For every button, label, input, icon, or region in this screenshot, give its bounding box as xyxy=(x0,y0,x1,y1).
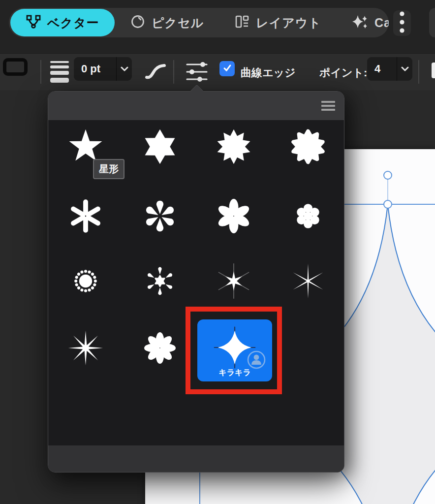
stroke-width-button[interactable] xyxy=(49,59,70,87)
stroke-lines-icon xyxy=(49,59,70,87)
rounded-rect-style-preview[interactable] xyxy=(3,58,28,76)
curve-edge-checkbox[interactable] xyxy=(219,61,235,76)
points-label: ポイント: xyxy=(319,65,367,80)
shape-item-star-6[interactable] xyxy=(123,115,197,179)
shape-item-asterisk-6-thin[interactable] xyxy=(271,249,344,313)
shape-item-flower-6-petals[interactable] xyxy=(197,184,271,248)
top-tab-bar: ベクターピクセルレイアウトCanva AI xyxy=(0,0,435,53)
tab-label: Canva AI xyxy=(374,16,389,30)
shape-picker-popup: 星形 xyxy=(48,91,344,472)
curve-edge-label: 曲線エッジ xyxy=(241,65,296,80)
stroke-width-dropdown[interactable]: 0 pt xyxy=(74,57,132,81)
checkmark-icon xyxy=(222,63,233,75)
shape-item-flower-6-blobs[interactable] xyxy=(271,184,344,248)
sliders-icon xyxy=(183,58,211,88)
chevron-down-icon xyxy=(397,57,412,81)
curve-swoosh-icon xyxy=(145,61,166,84)
persona-tabs: ベクターピクセルレイアウトCanva AI xyxy=(9,8,389,37)
shape-item-star-10-sharp[interactable] xyxy=(197,115,271,179)
sparkles-icon xyxy=(352,14,369,32)
pixel-circle-icon xyxy=(130,14,146,32)
chevron-down-icon xyxy=(116,57,132,81)
shape-item-sparkle-burst[interactable] xyxy=(123,249,197,313)
shape-item-star-10-rounded[interactable] xyxy=(271,115,344,179)
clipped-toolbar-icon xyxy=(432,63,435,78)
more-menu-button[interactable] xyxy=(393,10,411,36)
hamburger-menu-icon[interactable] xyxy=(321,101,335,111)
selection-highlight-box xyxy=(186,307,282,394)
shape-item-asterisk-6-thick[interactable] xyxy=(49,184,123,248)
divider xyxy=(418,60,419,84)
right-panel-stub xyxy=(429,8,435,37)
layout-icon xyxy=(234,14,250,32)
app-window: ベクターピクセルレイアウトCanva AI 0 pt xyxy=(0,0,435,504)
kebab-icon xyxy=(399,10,405,36)
tab-pixel[interactable]: ピクセル xyxy=(115,8,219,37)
divider xyxy=(173,60,174,84)
vector-nodes-icon xyxy=(26,14,41,32)
shape-tooltip: 星形 xyxy=(93,159,124,179)
tab-layout[interactable]: レイアウト xyxy=(219,8,337,37)
points-value: 4 xyxy=(367,63,397,75)
tab-label: ピクセル xyxy=(152,15,204,31)
shape-item-star-8-thin[interactable] xyxy=(49,316,123,380)
tooltip-text: 星形 xyxy=(99,162,119,176)
pressure-profile-button[interactable] xyxy=(145,61,166,84)
context-toolbar: 0 pt 曲 xyxy=(0,53,435,90)
tab-label: ベクター xyxy=(47,15,99,31)
shape-item-asterisk-6-drops[interactable] xyxy=(123,184,197,248)
tab-vector[interactable]: ベクター xyxy=(10,9,115,36)
divider xyxy=(40,60,41,84)
shape-item-sun-dotted-ring[interactable] xyxy=(49,249,123,313)
popup-footer xyxy=(48,445,344,472)
stroke-width-value: 0 pt xyxy=(74,63,116,75)
shape-item-star-6-thin-rays[interactable] xyxy=(197,249,271,313)
tab-canva-ai[interactable]: Canva AI xyxy=(337,8,389,37)
shape-options-button[interactable] xyxy=(183,58,211,88)
points-dropdown[interactable]: 4 xyxy=(367,57,412,81)
tab-label: レイアウト xyxy=(256,15,321,31)
